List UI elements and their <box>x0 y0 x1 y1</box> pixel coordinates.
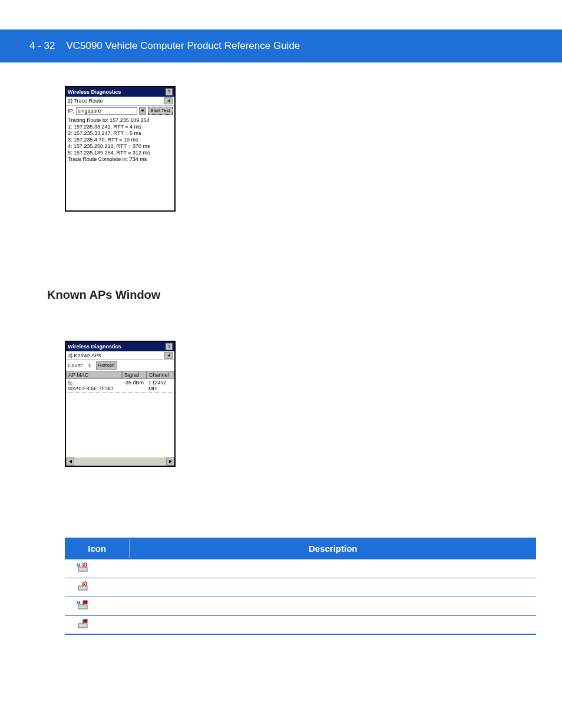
svg-text:M: M <box>77 562 81 568</box>
ap-table-header: AP MAC Signal Channel <box>66 371 174 379</box>
ip-input[interactable]: singapore <box>76 107 137 115</box>
table-row: M <box>65 559 536 578</box>
window-subtitle: 3) Known APs <box>68 353 101 358</box>
window-title: Wireless Diagnostics <box>68 89 121 95</box>
ap-icon-not-associated <box>77 581 90 591</box>
th-icon: Icon <box>65 538 130 559</box>
trace-line: Trace Route Complete in: 734 ms <box>68 156 173 163</box>
svg-text:M: M <box>77 600 81 605</box>
icon-description-table: Icon Description M <box>65 538 536 635</box>
svg-rect-14 <box>84 620 87 622</box>
scroll-left-button[interactable] <box>66 457 74 466</box>
section-heading-known-aps: Known APs Window <box>47 288 515 302</box>
back-button[interactable] <box>164 352 173 359</box>
td-description <box>130 578 536 597</box>
start-test-button[interactable]: Start Test <box>148 107 173 115</box>
td-description <box>130 615 536 634</box>
ap-icon-mobile-associated: M <box>77 562 90 572</box>
scroll-right-button[interactable] <box>166 457 174 466</box>
col-signal[interactable]: Signal <box>122 371 147 379</box>
svg-rect-10 <box>84 601 87 604</box>
back-button[interactable] <box>164 97 173 104</box>
table-row <box>65 578 536 597</box>
ap-icon-cannot-associate <box>77 618 90 629</box>
chevron-down-icon <box>141 110 144 112</box>
ap-row[interactable]: M00:A0:F8:6E:7F:8D -35 dBm 1 (2412 MH <box>66 379 174 393</box>
trace-line: 3: 157.235.4.70, RTT = 10 ms <box>68 137 173 143</box>
window-subtitle-row: 3) Known APs <box>66 351 174 360</box>
ap-signal-cell: -35 dBm <box>122 379 147 392</box>
svg-rect-3 <box>78 567 87 571</box>
count-value: 1 <box>88 363 91 368</box>
window-subtitle: 2) Trace Route <box>68 98 103 104</box>
page-number: 4 - 32 <box>29 40 55 51</box>
ap-mac-cell: M00:A0:F8:6E:7F:8D <box>66 379 122 392</box>
window-title: Wireless Diagnostics <box>68 344 121 350</box>
trace-line: 1: 157.235.33.241, RTT = 4 ms <box>68 124 173 130</box>
page-header: 4 - 32 VC5090 Vehicle Computer Product R… <box>0 29 562 62</box>
ip-row: IP: singapore Start Test <box>66 106 174 116</box>
td-description <box>130 559 536 578</box>
col-ap-mac[interactable]: AP MAC <box>66 371 122 379</box>
trace-route-window: Wireless Diagnostics ? 2) Trace Route IP… <box>65 86 176 212</box>
refresh-button[interactable]: Refresh <box>96 361 117 370</box>
help-button[interactable]: ? <box>166 343 173 350</box>
table-row <box>65 615 536 634</box>
col-channel[interactable]: Channel <box>147 371 174 379</box>
trace-line: 2: 157.235.33.247, RTT = 5 ms <box>68 130 173 137</box>
help-button[interactable]: ? <box>166 88 173 95</box>
count-label: Count: <box>68 363 84 368</box>
window-titlebar: Wireless Diagnostics ? <box>66 342 174 351</box>
svg-rect-12 <box>78 624 87 628</box>
back-arrow-icon <box>167 354 170 357</box>
table-row: M <box>65 597 536 615</box>
triangle-right-icon <box>169 460 172 463</box>
trace-line: 4: 157.235.250.210, RTT = 370 ms <box>68 143 173 150</box>
ip-label: IP: <box>68 108 74 114</box>
triangle-left-icon <box>69 460 72 463</box>
svg-rect-6 <box>78 586 87 590</box>
window-subtitle-row: 2) Trace Route <box>66 97 174 106</box>
ap-list-body: M00:A0:F8:6E:7F:8D -35 dBm 1 (2412 MH <box>66 379 174 466</box>
trace-line: Tracing Route to: 157.235.189.254 <box>68 117 173 124</box>
th-description: Description <box>130 538 536 559</box>
page-title: VC5090 Vehicle Computer Product Referenc… <box>66 40 300 51</box>
trace-line: 5: 157.235.189.254, RTT = 312 ms <box>68 150 173 156</box>
horizontal-scrollbar[interactable] <box>66 457 174 466</box>
ap-icon-mobile-cannot-associate: M <box>77 599 90 610</box>
ap-channel-cell: 1 (2412 MH <box>147 379 174 392</box>
svg-rect-8 <box>78 605 87 609</box>
trace-output: Tracing Route to: 157.235.189.254 1: 157… <box>66 116 174 210</box>
window-titlebar: Wireless Diagnostics ? <box>66 87 174 97</box>
td-description <box>130 597 536 615</box>
back-arrow-icon <box>167 99 170 103</box>
ip-dropdown-button[interactable] <box>139 107 146 115</box>
known-aps-window: Wireless Diagnostics ? 3) Known APs Coun… <box>65 341 176 467</box>
count-row: Count: 1 Refresh <box>66 360 174 371</box>
ap-icon-mobile-associated: M <box>68 381 74 386</box>
